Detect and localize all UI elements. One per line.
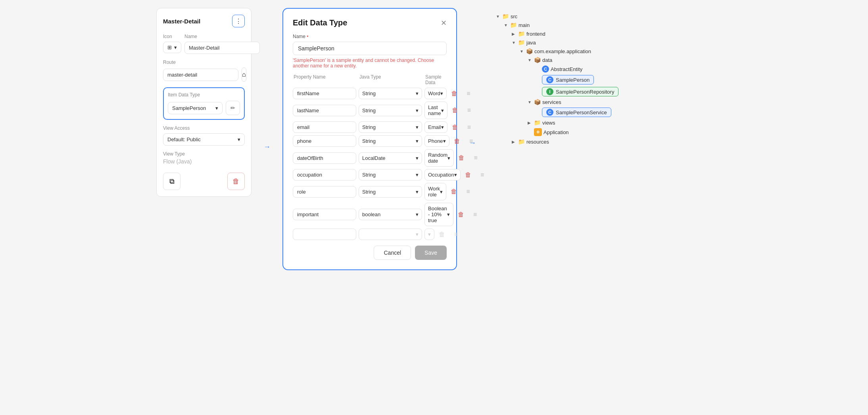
- delete-row-button[interactable]: 🗑: [456, 153, 467, 163]
- delete-row-button[interactable]: 🗑: [449, 186, 459, 197]
- chevron-down-icon: ▾: [416, 189, 419, 195]
- tree-label: views: [542, 120, 555, 126]
- sample-data-select[interactable]: Last name ▾: [424, 102, 447, 119]
- folder-icon: 📁: [518, 39, 525, 46]
- name-input[interactable]: [184, 42, 260, 54]
- chevron-down-icon: ▾: [416, 138, 419, 144]
- duplicate-button[interactable]: ⧉: [163, 173, 181, 190]
- sample-data-select[interactable]: Email ▾: [424, 121, 447, 133]
- empty-prop-name[interactable]: [293, 229, 356, 240]
- tree-label: services: [542, 99, 561, 105]
- modal-close-button[interactable]: ✕: [441, 19, 447, 27]
- modal-footer: Cancel Save: [293, 246, 447, 260]
- prop-name-input[interactable]: [293, 152, 356, 164]
- trash-icon: 🗑: [452, 107, 458, 114]
- modal-header: Edit Data Type ✕: [293, 18, 447, 27]
- delete-row-button[interactable]: 🗑: [449, 88, 459, 99]
- home-button[interactable]: ⌂: [242, 67, 246, 82]
- java-type-select[interactable]: String ▾: [359, 88, 422, 99]
- tree-item[interactable]: I SamplePersonRepository: [496, 86, 712, 98]
- prop-name-input[interactable]: [293, 88, 356, 99]
- tree-item[interactable]: ▼ 📁 src: [496, 12, 712, 21]
- tree-item[interactable]: ▼ 📦 com.example.application: [496, 47, 712, 56]
- chevron-icon: ▼: [528, 58, 532, 62]
- empty-java-type-select[interactable]: ▾: [359, 229, 422, 240]
- prop-name-input[interactable]: [293, 209, 356, 220]
- left-panel-header: Master-Detail ⋮: [163, 15, 245, 27]
- left-panel: Master-Detail ⋮ Icon ⊞ ▾ Name: [156, 8, 252, 197]
- modal-title: Edit Data Type: [293, 18, 347, 27]
- chevron-down-icon: ▾: [447, 155, 450, 161]
- tree-item[interactable]: ⚙ Application: [496, 127, 712, 137]
- delete-row-button[interactable]: 🗑: [452, 136, 462, 146]
- view-type-group: View Type Flow (Java): [163, 151, 245, 165]
- folder-icon: 📁: [518, 138, 525, 145]
- empty-sample-data-select[interactable]: ▾: [424, 229, 434, 240]
- cancel-button[interactable]: Cancel: [374, 246, 411, 260]
- tree-item[interactable]: ▶ 📁 resources: [496, 137, 712, 146]
- route-input[interactable]: [163, 69, 238, 81]
- delete-row-button[interactable]: 🗑: [450, 105, 460, 115]
- delete-row-button[interactable]: 🗑: [450, 122, 460, 133]
- name-warning: 'SamplePerson' is a sample entity and ca…: [293, 58, 447, 69]
- java-type-select[interactable]: String ▾: [359, 135, 422, 147]
- three-dot-button[interactable]: ⋮: [232, 15, 245, 27]
- highlighted-item[interactable]: I SamplePersonRepository: [542, 87, 618, 96]
- sample-data-select[interactable]: Random date ▾: [424, 149, 454, 167]
- tree-item[interactable]: C SamplePerson: [496, 74, 712, 86]
- tree-label: SamplePerson: [556, 77, 590, 83]
- tree-item[interactable]: ▼ 📁 java: [496, 38, 712, 47]
- reorder-handle[interactable]: ≡: [464, 122, 474, 133]
- delete-row-button[interactable]: 🗑: [463, 170, 473, 180]
- reorder-handle[interactable]: ≡: [470, 209, 480, 220]
- reorder-handle[interactable]: ≡: [470, 153, 481, 163]
- drag-icon: ≡: [466, 188, 470, 195]
- save-button[interactable]: Save: [415, 246, 447, 260]
- reorder-handle[interactable]: ≡: [477, 170, 488, 180]
- tree-item[interactable]: ▶ 📁 views: [496, 118, 712, 127]
- reorder-handle[interactable]: ≡: [464, 105, 474, 115]
- data-type-select[interactable]: SamplePerson ▾: [168, 102, 223, 114]
- chevron-down-icon: ▾: [416, 172, 419, 178]
- tree-item[interactable]: C SamplePersonService: [496, 106, 712, 118]
- java-type-select[interactable]: boolean ▾: [359, 209, 422, 220]
- sample-data-select[interactable]: Phone ▾: [424, 135, 449, 147]
- sample-data-select[interactable]: Boolean - 10% true ▾: [424, 203, 453, 226]
- prop-name-input[interactable]: [293, 105, 356, 116]
- highlighted-item[interactable]: C SamplePerson: [542, 75, 594, 85]
- tree-label: SamplePersonService: [556, 110, 607, 115]
- tree-item[interactable]: ▼ 📦 data: [496, 56, 712, 64]
- tree-item[interactable]: ▼ 📁 main: [496, 21, 712, 29]
- edit-data-type-button[interactable]: ✏: [226, 101, 240, 115]
- sample-data-select[interactable]: Occupation ▾: [424, 169, 461, 181]
- reorder-handle[interactable]: ≡: [463, 88, 474, 99]
- tree-item[interactable]: ▼ 📦 services: [496, 98, 712, 106]
- java-type-select[interactable]: LocalDate ▾: [359, 152, 422, 164]
- reorder-handle[interactable]: ≡: [466, 136, 476, 146]
- view-access-select[interactable]: Default: Public ▾: [163, 133, 245, 146]
- prop-name-input[interactable]: [293, 135, 356, 147]
- prop-name-input[interactable]: [293, 169, 356, 181]
- java-type-select[interactable]: String ▾: [359, 105, 422, 116]
- java-type-select[interactable]: String ▾: [359, 186, 422, 198]
- drag-icon: ≡: [467, 90, 470, 97]
- sample-data-select[interactable]: Word ▾: [424, 88, 447, 99]
- entity-name-input[interactable]: [293, 42, 447, 55]
- prop-name-input[interactable]: [293, 121, 356, 133]
- chevron-down-icon: ▾: [447, 211, 450, 217]
- tree-item[interactable]: ▶ 📁 frontend: [496, 29, 712, 38]
- drag-icon: ≡: [467, 107, 471, 114]
- reorder-handle[interactable]: ≡: [463, 186, 473, 197]
- table-header: Property Name Java Type Sample Data: [293, 74, 447, 85]
- tree-item[interactable]: C AbstractEntity: [496, 64, 712, 74]
- sample-data-select[interactable]: Work role ▾: [424, 183, 446, 200]
- java-type-select[interactable]: String ▾: [359, 169, 422, 181]
- chevron-icon: ▼: [504, 23, 509, 27]
- highlighted-item[interactable]: C SamplePersonService: [542, 108, 611, 117]
- prop-name-input[interactable]: [293, 186, 356, 198]
- icon-selector[interactable]: ⊞ ▾: [163, 42, 181, 53]
- delete-row-button[interactable]: 🗑: [456, 209, 466, 220]
- delete-button[interactable]: 🗑: [227, 173, 245, 190]
- java-type-select[interactable]: String ▾: [359, 121, 422, 133]
- copy-icon: ⧉: [169, 177, 175, 186]
